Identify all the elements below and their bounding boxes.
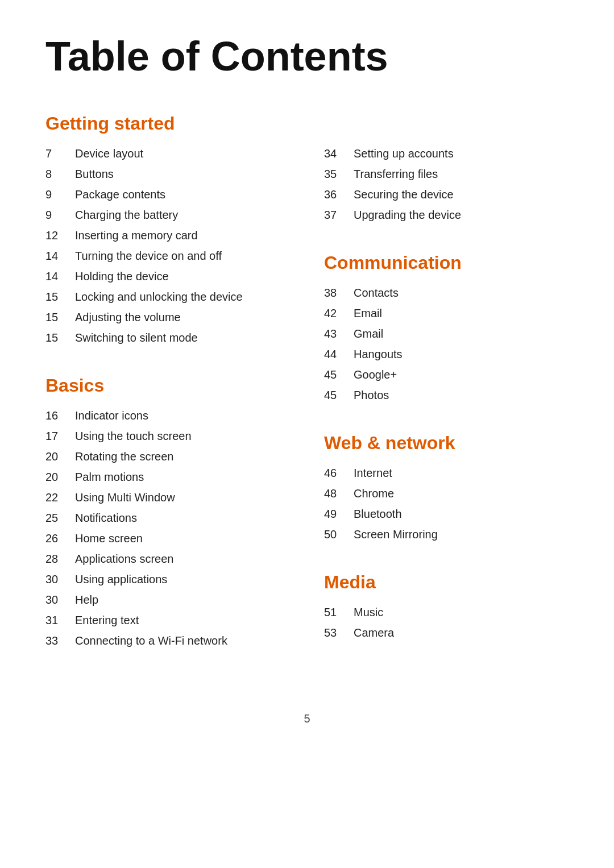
toc-item: 9 Charging the battery <box>45 205 290 225</box>
toc-item: 15 Switching to silent mode <box>45 327 290 348</box>
page-num: 15 <box>45 309 75 326</box>
item-text: Entering text <box>75 612 139 629</box>
toc-item: 20 Palm motions <box>45 467 290 487</box>
left-column: Getting started 7 Device layout 8 Button… <box>45 113 290 678</box>
item-text: Using applications <box>75 571 167 588</box>
item-text: Contacts <box>354 284 399 301</box>
toc-item: 42 Email <box>324 303 569 323</box>
page-num: 37 <box>324 206 354 223</box>
toc-list-continued: 34 Setting up accounts 35 Transferring f… <box>324 143 569 225</box>
item-text: Upgrading the device <box>354 206 461 223</box>
section-title-communication: Communication <box>324 252 569 273</box>
item-text: Google+ <box>354 366 397 383</box>
page-footer: 5 <box>45 712 569 725</box>
toc-item-applications-screen: 28 Applications screen <box>45 549 290 569</box>
toc-item: 46 Internet <box>324 463 569 483</box>
item-text: Applications screen <box>75 550 173 567</box>
right-column: placeholder 34 Setting up accounts 35 Tr… <box>324 113 569 678</box>
page-num: 46 <box>324 464 354 481</box>
toc-item: 16 Indicator icons <box>45 405 290 426</box>
toc-item: 35 Transferring files <box>324 164 569 184</box>
page-num: 34 <box>324 145 354 162</box>
toc-list-getting-started: 7 Device layout 8 Buttons 9 Package cont… <box>45 143 290 348</box>
toc-item: 7 Device layout <box>45 143 290 164</box>
page-num: 16 <box>45 407 75 424</box>
toc-item-adjusting-volume: 15 Adjusting the volume <box>45 307 290 327</box>
page-num: 50 <box>324 526 354 543</box>
item-text: Help <box>75 591 98 608</box>
section-continued: placeholder 34 Setting up accounts 35 Tr… <box>324 113 569 225</box>
item-text: Locking and unlocking the device <box>75 288 243 305</box>
item-text: Home screen <box>75 530 143 547</box>
section-web-network: Web & network 46 Internet 48 Chrome 49 B… <box>324 433 569 545</box>
toc-list-communication: 38 Contacts 42 Email 43 Gmail 44 Hangout… <box>324 283 569 405</box>
page-num: 45 <box>324 366 354 383</box>
item-text: Connecting to a Wi-Fi network <box>75 632 227 649</box>
toc-item: 9 Package contents <box>45 184 290 205</box>
toc-item: 26 Home screen <box>45 528 290 549</box>
toc-layout: Getting started 7 Device layout 8 Button… <box>45 113 569 678</box>
toc-list-media: 51 Music 53 Camera <box>324 602 569 643</box>
toc-item-turning-on-off: 14 Turning the device on and off <box>45 246 290 266</box>
section-basics: Basics 16 Indicator icons 17 Using the t… <box>45 375 290 651</box>
item-text: Holding the device <box>75 268 169 285</box>
toc-item: 49 Bluetooth <box>324 504 569 524</box>
item-text: Switching to silent mode <box>75 329 198 346</box>
page-num: 38 <box>324 284 354 301</box>
toc-item: 31 Entering text <box>45 610 290 630</box>
page-num: 51 <box>324 604 354 621</box>
page-num: 20 <box>45 468 75 485</box>
toc-item: 50 Screen Mirroring <box>324 524 569 545</box>
item-text: Inserting a memory card <box>75 227 198 244</box>
page-num: 35 <box>324 165 354 182</box>
item-text: Photos <box>354 387 389 404</box>
item-text: Indicator icons <box>75 407 148 424</box>
toc-list-web-network: 46 Internet 48 Chrome 49 Bluetooth 50 Sc… <box>324 463 569 545</box>
toc-item: 45 Photos <box>324 385 569 405</box>
toc-list-basics: 16 Indicator icons 17 Using the touch sc… <box>45 405 290 651</box>
item-text: Turning the device on and off <box>75 247 222 264</box>
toc-item-locking-unlocking: 15 Locking and unlocking the device <box>45 286 290 307</box>
page-num: 30 <box>45 571 75 588</box>
toc-item: 30 Using applications <box>45 569 290 589</box>
toc-item: 25 Notifications <box>45 508 290 528</box>
page-num: 20 <box>45 448 75 465</box>
item-text: Securing the device <box>354 186 454 203</box>
item-text: Bluetooth <box>354 505 402 522</box>
item-text: Music <box>354 604 383 621</box>
item-text: Internet <box>354 464 392 481</box>
item-text: Buttons <box>75 165 114 182</box>
item-text: Package contents <box>75 186 165 203</box>
toc-item: 44 Hangouts <box>324 344 569 364</box>
toc-item: 48 Chrome <box>324 483 569 504</box>
item-text: Charging the battery <box>75 206 178 223</box>
item-text: Notifications <box>75 509 137 526</box>
toc-item: 22 Using Multi Window <box>45 487 290 508</box>
section-title-media: Media <box>324 572 569 593</box>
item-text: Using the touch screen <box>75 427 192 445</box>
item-text: Chrome <box>354 485 394 502</box>
page-num: 30 <box>45 591 75 608</box>
item-text: Setting up accounts <box>354 145 454 162</box>
toc-item-upgrading-device: 37 Upgrading the device <box>324 205 569 225</box>
page-num: 25 <box>45 509 75 526</box>
toc-item: 53 Camera <box>324 622 569 643</box>
page-num: 45 <box>324 387 354 404</box>
page-num: 14 <box>45 247 75 264</box>
toc-item: 20 Rotating the screen <box>45 446 290 467</box>
page-num: 26 <box>45 530 75 547</box>
section-getting-started: Getting started 7 Device layout 8 Button… <box>45 113 290 348</box>
toc-item: 51 Music <box>324 602 569 622</box>
toc-item: 17 Using the touch screen <box>45 426 290 446</box>
page-num: 43 <box>324 325 354 342</box>
page-num: 9 <box>45 186 75 203</box>
item-text: Adjusting the volume <box>75 309 181 326</box>
item-text: Palm motions <box>75 468 144 485</box>
page-num: 33 <box>45 632 75 649</box>
page-number: 5 <box>304 712 310 725</box>
section-title-web-network: Web & network <box>324 433 569 454</box>
toc-item: 34 Setting up accounts <box>324 143 569 164</box>
page-num: 22 <box>45 489 75 506</box>
toc-item: 33 Connecting to a Wi-Fi network <box>45 630 290 651</box>
page-num: 36 <box>324 186 354 203</box>
